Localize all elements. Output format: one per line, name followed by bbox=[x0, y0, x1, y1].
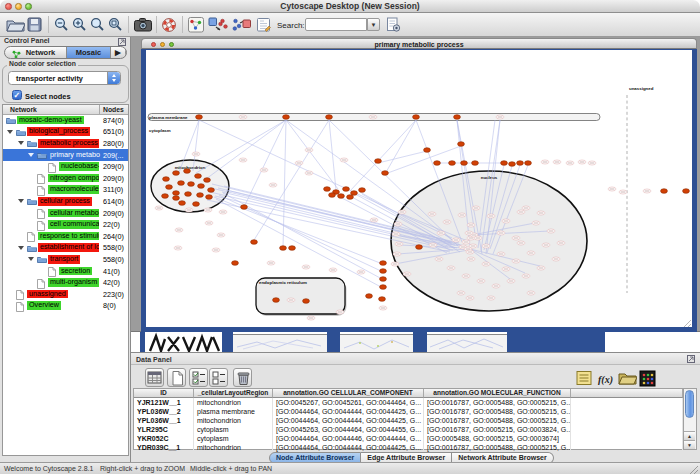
save-icon[interactable] bbox=[27, 17, 42, 33]
zoom-selected-icon[interactable] bbox=[108, 17, 123, 33]
tree-item-nodes: 41(0) bbox=[103, 267, 120, 276]
document-icon bbox=[48, 267, 56, 277]
copy-layout-icon[interactable] bbox=[208, 17, 228, 33]
import-attributes-icon[interactable] bbox=[618, 370, 637, 387]
tree-expander-icon[interactable] bbox=[18, 199, 24, 203]
new-attribute-button[interactable] bbox=[167, 368, 186, 387]
canvas-resize-grip[interactable] bbox=[682, 320, 691, 327]
table-cell: [GO:0044464, GO:0044444, GO:0044425, G..… bbox=[273, 443, 424, 452]
tree-row[interactable]: primary metabo209(... bbox=[3, 149, 128, 161]
node-color-dropdown[interactable]: transporter activity bbox=[8, 71, 121, 85]
unselect-attributes-button[interactable] bbox=[209, 368, 228, 387]
function-builder-icon[interactable]: f(x) bbox=[596, 370, 615, 387]
table-column-header[interactable]: annotation.GO CELLULAR_COMPONENT bbox=[273, 389, 424, 398]
tree-row[interactable]: nucleobase-209(0) bbox=[3, 161, 128, 173]
table-cell: cytoplasm bbox=[194, 425, 273, 434]
help-lifering-icon[interactable] bbox=[161, 17, 177, 33]
tree-expander-icon[interactable] bbox=[28, 153, 34, 157]
table-scrollbar[interactable]: ▲ ▼ bbox=[684, 388, 697, 450]
zoom-fit-icon[interactable] bbox=[90, 17, 105, 33]
tree-expander-icon[interactable] bbox=[18, 246, 24, 250]
search-dropdown-button[interactable]: ▼ bbox=[367, 18, 380, 31]
apply-layout-icon[interactable] bbox=[232, 17, 252, 33]
tab-overflow-button[interactable]: ▶ bbox=[111, 47, 126, 58]
tree-row[interactable]: mosaic-demo-yeast874(0) bbox=[3, 115, 128, 127]
tree-row[interactable]: cell communicat22(0) bbox=[3, 219, 128, 231]
table-column-header[interactable]: annotation.GO MOLECULAR_FUNCTION bbox=[424, 389, 571, 398]
tree-row[interactable]: biological_process651(0) bbox=[3, 126, 128, 138]
table-column-header[interactable]: _cellularLayoutRegion bbox=[194, 389, 273, 398]
zoom-in-icon[interactable] bbox=[72, 17, 87, 33]
tree-row[interactable]: establishment of lo558(0) bbox=[3, 242, 128, 254]
table-cell: mitochondrion bbox=[194, 398, 273, 407]
scroll-up-button[interactable]: ▲ bbox=[684, 431, 695, 440]
tab-mosaic[interactable]: Mosaic bbox=[67, 47, 111, 58]
document-icon bbox=[37, 174, 45, 184]
attribute-matrix-icon[interactable] bbox=[639, 370, 656, 387]
delete-attribute-button[interactable] bbox=[233, 368, 252, 387]
data-panel-float-icon[interactable] bbox=[687, 355, 695, 363]
table-cell: plasma membrane bbox=[194, 407, 273, 416]
tree-expander-icon[interactable] bbox=[28, 257, 34, 261]
tree-row[interactable]: unassigned223(0) bbox=[3, 288, 128, 300]
scrollbar-thumb[interactable] bbox=[685, 390, 694, 418]
table-cell bbox=[571, 407, 683, 416]
table-column-header[interactable] bbox=[571, 389, 683, 398]
select-attributes-button[interactable] bbox=[189, 368, 208, 387]
tree-row[interactable]: Overview8(0) bbox=[3, 300, 128, 312]
tree-col-nodes: Nodes bbox=[103, 106, 124, 113]
snapshot-camera-icon[interactable] bbox=[134, 17, 152, 33]
search-input[interactable] bbox=[305, 18, 367, 31]
scroll-down-button[interactable]: ▼ bbox=[684, 440, 695, 449]
zoom-out-icon[interactable] bbox=[54, 17, 69, 33]
tree-item-nodes: 42(0) bbox=[103, 278, 120, 287]
resize-grip-icon[interactable] bbox=[689, 465, 699, 474]
document-icon bbox=[37, 221, 45, 231]
table-row[interactable]: YJR121W__1mitochondrion[GO:0045267, GO:0… bbox=[134, 398, 683, 407]
tree-row[interactable]: cellular process614(0) bbox=[3, 196, 128, 208]
table-row[interactable]: YKR052Ccytoplasm[GO:0044464, GO:0044446,… bbox=[134, 434, 683, 443]
attribute-list-icon[interactable] bbox=[576, 370, 593, 387]
graph-svg: plasma membranecytoplasmmitochondrionnuc… bbox=[146, 50, 692, 327]
table-row[interactable]: YPL036W__1mitochondrion[GO:0044464, GO:0… bbox=[134, 416, 683, 425]
network-canvas[interactable]: plasma membranecytoplasmmitochondrionnuc… bbox=[146, 50, 692, 327]
status-pan-hint: Middle-click + drag to PAN bbox=[190, 465, 272, 472]
folder-icon bbox=[37, 255, 47, 263]
tree-item-nodes: 558(0) bbox=[103, 255, 124, 264]
table-row[interactable]: YLR295Ccytoplasm[GO:0045263, GO:0044464,… bbox=[134, 425, 683, 434]
table-row[interactable]: YPL036W__2plasma membrane[GO:0044464, GO… bbox=[134, 407, 683, 416]
status-bar: Welcome to Cytoscape 2.8.1 Right-click +… bbox=[0, 462, 700, 474]
vizmapper-icon[interactable] bbox=[188, 17, 204, 33]
tree-item-label: biological_process bbox=[27, 127, 90, 136]
attribute-table-body: YJR121W__1mitochondrion[GO:0045267, GO:0… bbox=[134, 398, 683, 450]
table-cell: [GO:0016787, GO:0005488, GO:0005215, G..… bbox=[424, 407, 571, 416]
tree-row[interactable]: secretion41(0) bbox=[3, 265, 128, 277]
svg-text:plasma membrane: plasma membrane bbox=[149, 115, 188, 120]
status-zoom-hint: Right-click + drag to ZOOM bbox=[100, 465, 185, 472]
tree-row[interactable]: macromolecule311(0) bbox=[3, 184, 128, 196]
table-row[interactable]: YDR039C__1mitochondrion[GO:0044464, GO:0… bbox=[134, 443, 683, 452]
select-nodes-checkbox[interactable]: ✓ bbox=[12, 90, 22, 100]
status-welcome: Welcome to Cytoscape 2.8.1 bbox=[4, 465, 93, 472]
open-file-icon[interactable] bbox=[6, 17, 25, 33]
tree-item-label: mosaic-demo-yeast bbox=[17, 116, 84, 125]
tree-row[interactable]: nitrogen compo209(0) bbox=[3, 172, 128, 184]
attribute-grid-button[interactable] bbox=[145, 368, 164, 387]
search-options-icon[interactable] bbox=[386, 17, 401, 33]
network-window-titlebar[interactable]: primary metabolic process bbox=[141, 38, 697, 49]
svg-text:f(x): f(x) bbox=[598, 374, 613, 386]
tree-expander-icon[interactable] bbox=[18, 141, 24, 145]
document-icon bbox=[48, 163, 56, 173]
tree-row[interactable]: response to stimulu264(0) bbox=[3, 230, 128, 242]
tab-network[interactable]: Network bbox=[5, 47, 67, 58]
tree-row[interactable]: metabolic process280(0) bbox=[3, 138, 128, 150]
annotation-icon[interactable] bbox=[256, 17, 272, 33]
tree-item-nodes: 651(0) bbox=[103, 127, 124, 136]
tree-row[interactable]: cellular metabol209(0) bbox=[3, 207, 128, 219]
table-column-header[interactable]: ID bbox=[134, 389, 194, 398]
float-panel-icon[interactable] bbox=[118, 38, 126, 46]
tree-row[interactable]: multi-organism pro42(0) bbox=[3, 277, 128, 289]
tree-row[interactable]: transport558(0) bbox=[3, 254, 128, 266]
tree-expander-icon[interactable] bbox=[7, 130, 13, 134]
table-cell: cytoplasm bbox=[194, 434, 273, 443]
